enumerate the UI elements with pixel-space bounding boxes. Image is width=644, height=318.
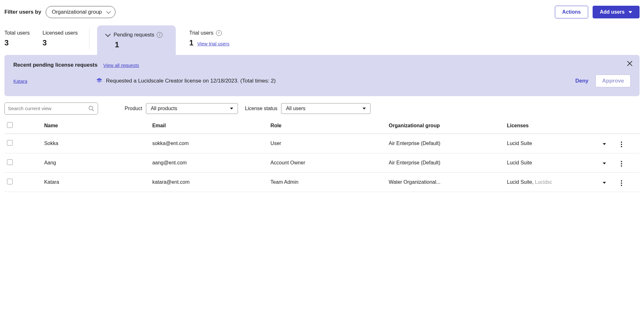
caret-down-icon: [363, 108, 366, 109]
pending-banner-title: Recent pending license requests: [13, 62, 97, 68]
add-users-button[interactable]: Add users: [593, 6, 640, 18]
product-filter-select[interactable]: All products: [146, 103, 238, 114]
col-header-licenses[interactable]: Licenses: [504, 118, 617, 134]
row-checkbox[interactable]: [7, 140, 13, 146]
row-checkbox[interactable]: [7, 179, 13, 184]
cell-org: Air Enterprise (Default): [386, 153, 504, 173]
licenses-caret-icon[interactable]: [603, 143, 606, 145]
col-header-email[interactable]: Email: [150, 118, 268, 134]
stat-licensed-label: Licensed users: [43, 30, 78, 36]
stat-licensed-users: Licensed users 3: [43, 25, 89, 55]
stat-pending-label: Pending requests: [114, 32, 154, 38]
row-menu-button[interactable]: [620, 140, 623, 149]
tab-pending-requests[interactable]: Pending requests i 1: [97, 25, 176, 55]
pending-user-link[interactable]: Katara: [13, 78, 27, 84]
select-all-checkbox[interactable]: [7, 122, 13, 128]
col-header-name[interactable]: Name: [31, 118, 150, 134]
view-trial-users-link[interactable]: View trial users: [197, 41, 229, 46]
cell-role: User: [268, 134, 386, 153]
caret-down-icon: [230, 108, 233, 109]
table-row[interactable]: Sokkasokka@ent.comUserAir Enterprise (De…: [4, 134, 640, 153]
search-box[interactable]: [4, 103, 98, 115]
stat-divider: [89, 28, 89, 49]
cell-licenses: Lucid Suite: [504, 153, 600, 173]
search-input[interactable]: [5, 103, 88, 114]
cell-org: Water Organizational...: [386, 173, 504, 192]
table-row[interactable]: Aangaang@ent.comAccount OwnerAir Enterpr…: [4, 153, 640, 173]
stat-total-label: Total users: [4, 30, 31, 36]
status-filter-label: License status: [245, 106, 277, 111]
stat-trial-label: Trial users: [189, 30, 213, 36]
lucidscale-icon: [96, 77, 103, 84]
cell-name: Aang: [31, 153, 150, 173]
chevron-down-icon: [105, 31, 111, 37]
cell-org: Air Enterprise (Default): [386, 134, 504, 153]
stat-trial-users: Trial users i 1 View trial users: [176, 25, 241, 55]
filter-by-label: Filter users by: [4, 9, 41, 15]
col-header-org[interactable]: Organizational group: [386, 118, 504, 134]
cell-email: katara@ent.com: [150, 173, 268, 192]
cell-licenses: Lucid Suite: [504, 134, 600, 153]
product-filter-value: All products: [151, 106, 177, 111]
cell-role: Account Owner: [268, 153, 386, 173]
cell-name: Katara: [31, 173, 150, 192]
actions-button[interactable]: Actions: [555, 6, 588, 18]
row-menu-button[interactable]: [620, 179, 623, 187]
col-header-role[interactable]: Role: [268, 118, 386, 134]
org-group-select[interactable]: Organizational group: [46, 6, 115, 18]
status-filter-value: All users: [286, 106, 305, 111]
cell-licenses: Lucid Suite, Lucidsc: [504, 173, 600, 192]
stat-total-users: Total users 3: [4, 25, 43, 55]
search-icon[interactable]: [88, 105, 95, 112]
deny-button[interactable]: Deny: [575, 78, 588, 84]
svg-line-1: [92, 109, 94, 111]
status-filter-select[interactable]: All users: [281, 103, 371, 114]
row-checkbox[interactable]: [7, 159, 13, 165]
licenses-caret-icon[interactable]: [603, 162, 606, 164]
users-table: Name Email Role Organizational group Lic…: [4, 118, 640, 192]
close-icon[interactable]: [627, 61, 633, 68]
add-users-label: Add users: [600, 9, 625, 15]
org-group-value: Organizational group: [52, 9, 102, 15]
product-filter-label: Product: [125, 106, 142, 111]
svg-point-0: [89, 106, 93, 110]
caret-down-icon: [628, 11, 632, 13]
approve-button[interactable]: Approve: [595, 75, 631, 87]
stat-pending-value: 1: [105, 40, 162, 49]
licenses-caret-icon[interactable]: [603, 182, 606, 184]
cell-email: aang@ent.com: [150, 153, 268, 173]
pending-requests-banner: Recent pending license requests View all…: [4, 55, 640, 96]
stat-trial-value: 1: [189, 38, 193, 47]
info-icon[interactable]: i: [216, 30, 222, 36]
info-icon[interactable]: i: [157, 32, 162, 38]
cell-email: sokka@ent.com: [150, 134, 268, 153]
row-menu-button[interactable]: [620, 160, 623, 168]
view-all-requests-link[interactable]: View all requests: [103, 63, 139, 68]
table-row[interactable]: Katarakatara@ent.comTeam AdminWater Orga…: [4, 173, 640, 192]
cell-name: Sokka: [31, 134, 150, 153]
pending-message: Requested a Lucidscale Creator license o…: [106, 78, 276, 84]
stat-total-value: 3: [4, 38, 31, 47]
stat-licensed-value: 3: [43, 38, 78, 47]
cell-role: Team Admin: [268, 173, 386, 192]
